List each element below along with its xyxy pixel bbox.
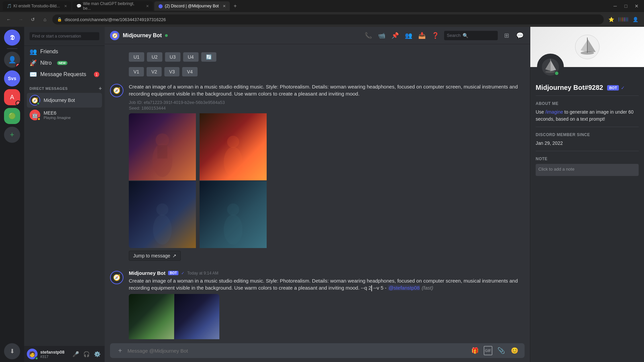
add-attachment-button[interactable]: + [115,346,125,355]
forward-button[interactable]: → [16,15,25,24]
server-notification-badge-3: 1 [15,101,20,105]
tab-2-favicon: 💬 [76,4,81,8]
message-content-2: Create an image of a woman in a music st… [129,83,525,261]
browser-action-extensions[interactable] [619,15,628,24]
nitro-icon: 🚀 [30,59,37,67]
nav-bar: ← → ↺ ⌂ 🔒 discord.com/channels/@me/10634… [0,12,644,27]
image-cell-1[interactable] [129,113,196,180]
channel-header: 🧭 Midjourney Bot 📞 📹 📌 👥 📥 ❓ Search 🔍 ⊞ … [105,27,530,44]
message-3: 🧭 Midjourney Bot BOT ✓ Today at 9:14 AM … [110,269,525,339]
v1-button[interactable]: V1 [129,67,144,76]
user-area: 🧑 stefanstp08 #317 🎤 🎧 ⚙️ [24,346,105,362]
discord-logo-icon: 𝕯 [10,34,14,42]
image-cell-5[interactable] [129,294,174,339]
profile-body: Midjourney Bot#9282 BOT ✓ ABOUT ME Use /… [530,67,644,181]
tab-1-close[interactable]: ✕ [64,4,67,8]
user-tag: #317 [40,355,68,359]
svg-point-6 [156,203,168,216]
friends-item[interactable]: 👥 Friends [27,46,102,57]
svg-point-19 [545,71,556,73]
message-avatar-3: 🧭 [110,271,123,284]
about-me-section: ABOUT ME Use /imagine to generate an ima… [536,101,639,123]
pin-button[interactable]: 📌 [390,31,400,40]
search-dm-input[interactable]: Find or start a conversation [30,32,99,40]
nitro-item[interactable]: 🚀 Nitro NEW [27,57,102,69]
image-cell-6[interactable] [174,294,219,339]
back-button[interactable]: ← [4,15,13,24]
maximize-button[interactable]: □ [621,1,631,11]
image-cell-2[interactable] [200,113,267,180]
download-button[interactable]: ⬇ [4,343,20,359]
minimize-button[interactable]: ─ [610,1,620,11]
dm-list: Find or start a conversation 👥 Friends 🚀… [24,27,105,362]
tab-bar: 🎵 KI erstellt Tonstudio-Bild... ✕ 💬 Wie … [0,0,644,12]
v2-button[interactable]: V2 [147,67,162,76]
tab-1[interactable]: 🎵 KI erstellt Tonstudio-Bild... ✕ [3,1,71,11]
help-button[interactable]: ❓ [431,31,440,40]
server-item-4[interactable]: 🟢 [4,108,20,124]
home-button[interactable]: ⌂ [40,15,50,24]
svg-point-8 [227,203,239,216]
emoji-button[interactable]: 😊 [510,346,519,355]
note-input[interactable]: Click to add a note [536,164,639,176]
server-item-3[interactable]: A 1 [4,89,20,105]
address-bar[interactable]: 🔒 discord.com/channels/@me/1063443749197… [52,14,604,24]
dm-item-midjourney[interactable]: 🧭 Midjourney Bot [27,93,102,108]
username: stefanstp08 [40,350,68,355]
nitro-label: Nitro [40,60,52,66]
image-cell-3[interactable] [129,181,196,248]
add-dm-button[interactable]: + [99,85,102,92]
refresh-button[interactable]: 🔄 [201,52,216,62]
server-item-2[interactable]: Svs [4,70,20,86]
tab-3-close[interactable]: ✕ [223,4,226,8]
tab-2[interactable]: 💬 Wie man ChatGPT beibringt, be... ✕ [72,1,153,11]
message-requests-item[interactable]: ✉️ Message Requests 1 [27,69,102,80]
u4-button[interactable]: U4 [183,52,199,62]
u2-button[interactable]: U2 [147,52,162,62]
u1-button[interactable]: U1 [129,52,144,62]
u3-button[interactable]: U3 [165,52,180,62]
tab-3-favicon: ⬤ [158,4,163,8]
message-input-field[interactable] [127,348,468,354]
search-box[interactable]: Search 🔍 [444,31,498,40]
header-actions: 📞 📹 📌 👥 📥 ❓ Search 🔍 ⊞ 💬 [364,31,525,40]
profile-divider-2 [536,127,639,127]
inbox-button[interactable]: 📥 [417,31,427,40]
close-browser-button[interactable]: ✕ [632,1,641,11]
lock-icon: 🔒 [57,17,62,22]
v3-button[interactable]: V3 [164,67,179,76]
bot-badge-3: BOT [168,271,178,275]
tab-3[interactable]: ⬤ (2) Discord | @Midjourney Bot ✕ [154,1,230,11]
image-cell-4[interactable] [200,181,267,248]
gif-button[interactable]: GIF [484,346,492,355]
add-server-button[interactable]: + [4,127,20,143]
mic-button[interactable]: 🎤 [71,349,80,359]
profile-button[interactable]: 👤 [631,15,640,24]
jump-to-message-button[interactable]: Jump to message ↗ [129,251,181,261]
dm-item-mee6[interactable]: 🤖 MEE6 Playing /imagine [27,108,102,122]
gift-button[interactable]: 🎁 [470,346,480,355]
phone-button[interactable]: 📞 [364,31,373,40]
upload-button[interactable]: 📎 [496,346,506,355]
right-panel: Midjourney Bot#9282 BOT ✓ ABOUT ME Use /… [530,27,644,362]
messages-area[interactable]: U1 U2 U3 U4 🔄 V1 V2 V3 V4 🧭 [105,44,530,339]
about-me-text: Use /imagine to generate an image in und… [536,109,639,123]
input-actions: 🎁 GIF 📎 😊 [470,346,519,355]
dms-button[interactable]: 💬 [515,31,525,40]
about-highlight[interactable]: /imagine [545,109,563,115]
v4-button[interactable]: V4 [182,67,197,76]
view-toggle-button[interactable]: ⊞ [502,31,511,40]
video-button[interactable]: 📹 [377,31,386,40]
settings-button[interactable]: ⚙️ [93,349,102,359]
browser-action-star[interactable]: ⭐ [606,15,616,24]
server-item-1[interactable]: 👤 1 [4,52,20,68]
member-since-date: Jan 29, 2022 [536,140,639,147]
server-discord-home[interactable]: 𝕯 [4,29,20,46]
tab-1-favicon: 🎵 [7,4,11,8]
tab-2-close[interactable]: ✕ [146,4,149,8]
add-members-button[interactable]: 👥 [404,31,413,40]
headphones-button[interactable]: 🎧 [82,349,91,359]
reload-button[interactable]: ↺ [28,15,38,24]
mention-user[interactable]: @stefanstp08 [388,285,420,291]
new-tab-button[interactable]: + [231,2,239,10]
